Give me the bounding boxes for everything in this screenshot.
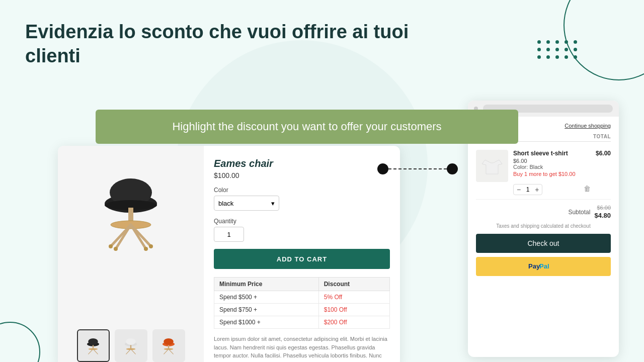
connector-decoration [377,163,458,175]
product-details-section: Eames chair $100.00 Color black ▾ Quanti… [204,146,400,362]
thumbnail-white[interactable] [115,329,147,362]
cart-item-details: Short sleeve t-shirt $6.00 Color: Black … [513,150,591,195]
svg-point-11 [114,247,118,251]
min-price-1: Spend $500 + [214,291,319,304]
svg-rect-21 [130,345,131,348]
svg-point-26 [164,338,173,344]
highlight-banner: Highlight the discount you want to offer… [96,110,518,144]
min-price-2: Spend $750 + [214,304,319,316]
cart-item-price: $6.00 [513,158,591,164]
connector-dashed-line [388,168,447,169]
svg-rect-15 [93,345,94,348]
cart-qty-value: 1 [524,186,532,193]
quantity-input[interactable]: 1 [214,227,244,242]
banner-text: Highlight the discount you want to offer… [172,120,441,133]
qty-increase-button[interactable]: + [535,186,539,194]
svg-point-14 [88,338,98,344]
cart-header-total: TOTAL [593,134,611,139]
min-price-3: Spend $1000 + [214,316,319,329]
color-value: black [218,200,233,207]
table-header-min: Minimum Price [214,278,319,291]
color-select[interactable]: black ▾ [214,196,279,211]
svg-text:Pay: Pay [528,262,540,270]
table-row: Spend $750 + $100 Off [214,304,390,316]
subtotal-new-price: $4.80 [594,212,611,219]
subtotal-label: Subtotal [568,209,590,216]
svg-rect-27 [168,345,169,348]
dot-grid-decoration [537,40,579,59]
cart-item-upsell: Buy 1 more to get $10.00 [513,171,591,177]
cart-item-image [476,150,508,182]
cart-item-name: Short sleeve t-shirt [513,150,591,157]
table-header-discount: Discount [318,278,389,291]
product-thumbnails [77,319,185,362]
table-row: Spend $1000 + $200 Off [214,316,390,329]
cart-subtotal-section: Subtotal $6.00 $4.80 [476,200,611,221]
tax-note: Taxes and shipping calculated at checkou… [476,223,611,229]
discount-3: $200 Off [318,316,389,329]
checkout-button[interactable]: Check out [476,234,611,253]
svg-point-10 [149,244,153,248]
svg-point-20 [126,338,135,344]
svg-point-9 [109,244,113,248]
connector-dot-right [447,163,458,174]
page-heading: Evidenzia lo sconto che vuoi offrire ai … [25,20,418,68]
chevron-down-icon: ▾ [271,200,275,207]
product-image-section [58,146,204,362]
delete-item-button[interactable]: 🗑 [584,185,591,193]
connector-dot-left [377,163,388,174]
product-price: $100.00 [214,171,390,179]
discount-1: 5% Off [318,291,389,304]
cart-item: Short sleeve t-shirt $6.00 Color: Black … [476,146,611,200]
product-main-image [91,161,171,261]
decorative-circle-bottom-left [0,322,40,362]
add-to-cart-button[interactable]: ADD TO CART [214,249,390,269]
discount-table: Minimum Price Discount Spend $500 + 5% O… [214,277,390,329]
cart-item-total: $6.00 [596,150,611,157]
discount-2: $100 Off [318,304,389,316]
product-page-mock: Eames chair $100.00 Color black ▾ Quanti… [58,146,400,362]
thumbnail-black[interactable] [77,329,110,362]
table-row: Spend $500 + 5% Off [214,291,390,304]
quantity-label: Quantity [214,218,390,225]
subtotal-original-price: $6.00 [597,205,611,211]
product-description: Lorem ipsum dolor sit amet, consectetur … [214,335,390,362]
qty-decrease-button[interactable]: − [517,186,521,194]
svg-point-12 [144,247,148,251]
color-label: Color [214,187,390,194]
cart-quantity-controls: − 1 + [513,184,542,195]
paypal-button[interactable]: Pay Pal [476,257,611,276]
cart-item-color: Color: Black [513,164,591,170]
product-name: Eames chair [214,158,390,169]
svg-text:Pal: Pal [539,262,549,270]
thumbnail-orange[interactable] [152,329,185,362]
